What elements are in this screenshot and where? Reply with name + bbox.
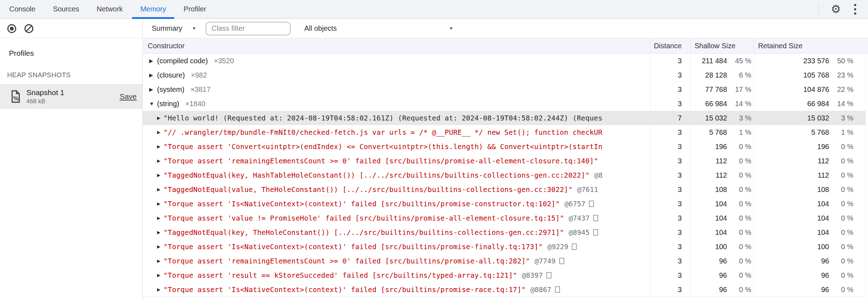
distance-cell: 3 bbox=[650, 154, 690, 168]
expand-arrow-icon[interactable]: ▶ bbox=[157, 187, 163, 192]
retained-size-cell: 233 57650 % bbox=[754, 54, 866, 68]
expand-arrow-icon[interactable]: ▶ bbox=[157, 130, 163, 135]
table-row[interactable]: ▶ "// .wrangler/tmp/bundle-FmNIt0/checke… bbox=[143, 125, 866, 139]
expand-arrow-icon[interactable]: ▶ bbox=[157, 244, 163, 249]
tabbar-right-controls: ⚙ bbox=[818, 0, 868, 18]
expand-arrow-icon[interactable]: ▶ bbox=[149, 72, 157, 78]
class-filter-input[interactable] bbox=[206, 22, 291, 35]
distance-cell: 7 bbox=[650, 111, 690, 125]
table-row[interactable]: ▶ "Torque assert 'Is<NativeContext>(cont… bbox=[143, 197, 866, 211]
expand-arrow-icon[interactable]: ▶ bbox=[157, 273, 163, 278]
perspective-select[interactable]: Summary ▼ bbox=[152, 24, 196, 33]
grid-body: ▶ (compiled code) ×3520 3 211 48445 % 23… bbox=[143, 54, 866, 297]
more-options-kebab-icon[interactable] bbox=[848, 1, 862, 17]
constructor-cell[interactable]: ▶ (compiled code) ×3520 bbox=[143, 54, 650, 68]
sidebar-item-snapshot-1[interactable]: % Snapshot 1 468 kB Save bbox=[0, 84, 142, 109]
string-preview: "TaggedNotEqual(key, HashTableHoleConsta… bbox=[163, 171, 590, 179]
expand-arrow-icon[interactable]: ▶ bbox=[157, 158, 163, 163]
snapshot-toolbar: Summary ▼ All objects ▼ bbox=[143, 19, 868, 38]
expand-arrow-icon[interactable]: ▶ bbox=[157, 144, 163, 149]
object-id: @8 bbox=[594, 171, 602, 179]
objects-filter-select[interactable]: All objects ▼ bbox=[298, 24, 458, 33]
tab-network[interactable]: Network bbox=[89, 0, 131, 18]
constructor-cell[interactable]: ▶ (system) ×3817 bbox=[143, 82, 650, 97]
constructor-cell[interactable]: ▶ "Hello world! (Requested at: 2024-08-1… bbox=[143, 111, 650, 125]
table-row[interactable]: ▶ "Torque assert 'remainingElementsCount… bbox=[143, 254, 866, 268]
table-row[interactable]: ▶ "TaggedNotEqual(value, TheHoleConstant… bbox=[143, 182, 866, 197]
tab-console[interactable]: Console bbox=[1, 0, 44, 18]
expand-arrow-icon[interactable]: ▼ bbox=[149, 101, 157, 107]
table-row[interactable]: ▶ "Torque assert 'value != PromiseHole' … bbox=[143, 211, 866, 225]
heap-snapshots-section-label: HEAP SNAPSHOTS bbox=[7, 71, 142, 79]
constructor-cell[interactable]: ▶ (closure) ×982 bbox=[143, 68, 650, 82]
column-header-distance[interactable]: Distance bbox=[650, 38, 690, 53]
retained-size-cell: 960 % bbox=[754, 268, 866, 282]
retained-size-cell: 105 76823 % bbox=[754, 68, 866, 82]
record-heap-snapshot-icon[interactable] bbox=[6, 23, 17, 34]
constructor-cell[interactable]: ▶ "Torque assert 'Is<NativeContext>(cont… bbox=[143, 282, 650, 297]
constructor-cell[interactable]: ▶ "// .wrangler/tmp/bundle-FmNIt0/checke… bbox=[143, 125, 650, 139]
table-row[interactable]: ▼ (string) ×1840 3 66 98414 % 66 98414 % bbox=[143, 97, 866, 111]
shallow-size-cell: 77 76817 % bbox=[690, 82, 754, 97]
distance-cell: 3 bbox=[650, 197, 690, 211]
table-row[interactable]: ▶ "Torque assert 'Is<NativeContext>(cont… bbox=[143, 282, 866, 297]
constructor-cell[interactable]: ▶ "Torque assert 'value != PromiseHole' … bbox=[143, 211, 650, 225]
column-header-constructor[interactable]: Constructor bbox=[143, 38, 650, 53]
column-header-retained-size[interactable]: Retained Size bbox=[754, 38, 868, 53]
expand-arrow-icon[interactable]: ▶ bbox=[157, 216, 163, 221]
constructor-cell[interactable]: ▶ "Torque assert 'Convert<uintptr>(endIn… bbox=[143, 139, 650, 154]
shallow-size-cell: 66 98414 % bbox=[690, 97, 754, 111]
string-preview: "Torque assert 'remainingElementsCount >… bbox=[163, 157, 598, 165]
constructor-cell[interactable]: ▶ "TaggedNotEqual(value, TheHoleConstant… bbox=[143, 182, 650, 197]
table-row[interactable]: ▶ "Torque assert 'remainingElementsCount… bbox=[143, 154, 866, 168]
constructor-name: (string) bbox=[157, 100, 179, 108]
object-id: @6757 bbox=[564, 200, 585, 208]
table-row[interactable]: ▶ "Hello world! (Requested at: 2024-08-1… bbox=[143, 111, 866, 125]
constructor-cell[interactable]: ▶ "Torque assert 'Is<NativeContext>(cont… bbox=[143, 197, 650, 211]
tab-profiler[interactable]: Profiler bbox=[175, 0, 214, 18]
expand-arrow-icon[interactable]: ▶ bbox=[157, 173, 163, 178]
table-row[interactable]: ▶ (closure) ×982 3 28 1286 % 105 76823 % bbox=[143, 68, 866, 82]
expand-arrow-icon[interactable]: ▶ bbox=[149, 58, 157, 64]
table-row[interactable]: ▶ (compiled code) ×3520 3 211 48445 % 23… bbox=[143, 54, 866, 68]
tab-sources[interactable]: Sources bbox=[45, 0, 87, 18]
clear-profiles-icon[interactable] bbox=[24, 23, 34, 34]
constructor-cell[interactable]: ▶ "Torque assert 'remainingElementsCount… bbox=[143, 154, 650, 168]
constructor-cell[interactable]: ▶ "TaggedNotEqual(key, TheHoleConstant()… bbox=[143, 225, 650, 240]
distance-cell: 3 bbox=[650, 240, 690, 254]
settings-gear-icon[interactable]: ⚙ bbox=[828, 1, 844, 17]
retained-size-cell: 1040 % bbox=[754, 197, 866, 211]
distance-cell: 3 bbox=[650, 97, 690, 111]
distance-cell: 3 bbox=[650, 125, 690, 139]
distance-cell: 3 bbox=[650, 139, 690, 154]
tab-memory[interactable]: Memory bbox=[132, 0, 174, 18]
distance-cell: 3 bbox=[650, 82, 690, 97]
chevron-down-icon: ▼ bbox=[192, 26, 197, 31]
string-preview: "Torque assert 'remainingElementsCount >… bbox=[163, 257, 530, 265]
shallow-size-cell: 1040 % bbox=[690, 197, 754, 211]
save-snapshot-link[interactable]: Save bbox=[120, 92, 137, 101]
table-row[interactable]: ▶ "Torque assert 'result == kStoreSucced… bbox=[143, 268, 866, 282]
expand-arrow-icon[interactable]: ▶ bbox=[157, 230, 163, 235]
expand-arrow-icon[interactable]: ▶ bbox=[157, 201, 163, 206]
constructor-cell[interactable]: ▶ "Torque assert 'result == kStoreSucced… bbox=[143, 268, 650, 282]
heap-snapshot-view: Summary ▼ All objects ▼ Constructor Dist… bbox=[143, 19, 868, 301]
string-preview: "Torque assert 'Is<NativeContext>(contex… bbox=[163, 200, 560, 208]
constructor-cell[interactable]: ▶ "Torque assert 'remainingElementsCount… bbox=[143, 254, 650, 268]
expand-arrow-icon[interactable]: ▶ bbox=[157, 115, 163, 120]
constructor-cell[interactable]: ▼ (string) ×1840 bbox=[143, 97, 650, 111]
expand-arrow-icon[interactable]: ▶ bbox=[157, 258, 163, 263]
retained-size-cell: 1120 % bbox=[754, 168, 866, 182]
table-row[interactable]: ▶ (system) ×3817 3 77 76817 % 104 87622 … bbox=[143, 82, 866, 97]
table-row[interactable]: ▶ "TaggedNotEqual(key, HashTableHoleCons… bbox=[143, 168, 866, 182]
expand-arrow-icon[interactable]: ▶ bbox=[157, 287, 163, 292]
table-row[interactable]: ▶ "TaggedNotEqual(key, TheHoleConstant()… bbox=[143, 225, 866, 240]
column-header-shallow-size[interactable]: Shallow Size bbox=[690, 38, 754, 53]
expand-arrow-icon[interactable]: ▶ bbox=[149, 87, 157, 92]
constructor-cell[interactable]: ▶ "TaggedNotEqual(key, HashTableHoleCons… bbox=[143, 168, 650, 182]
object-id: @7749 bbox=[535, 257, 556, 265]
table-row[interactable]: ▶ "Torque assert 'Is<NativeContext>(cont… bbox=[143, 240, 866, 254]
retained-size-cell: 1040 % bbox=[754, 211, 866, 225]
constructor-cell[interactable]: ▶ "Torque assert 'Is<NativeContext>(cont… bbox=[143, 240, 650, 254]
table-row[interactable]: ▶ "Torque assert 'Convert<uintptr>(endIn… bbox=[143, 139, 866, 154]
